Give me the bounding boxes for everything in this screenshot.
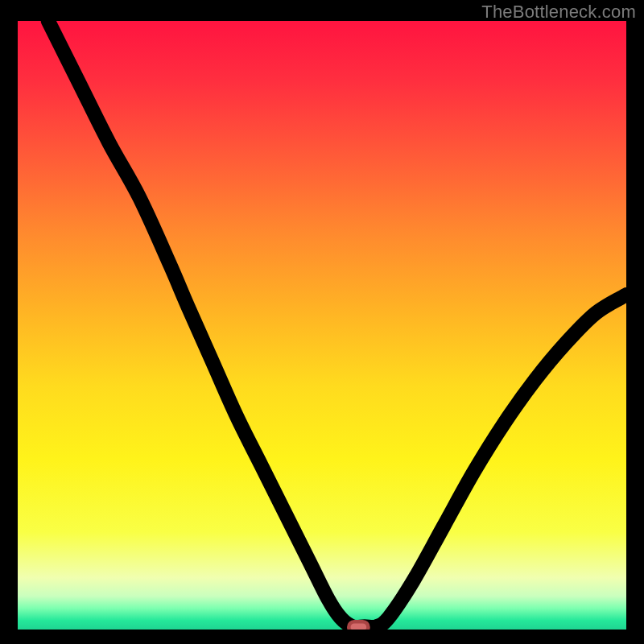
optimal-marker bbox=[349, 621, 368, 630]
gradient-background bbox=[18, 21, 626, 630]
bottleneck-chart bbox=[18, 21, 626, 630]
watermark-text: TheBottleneck.com bbox=[481, 2, 636, 23]
plot-area bbox=[18, 21, 626, 630]
chart-frame: TheBottleneck.com bbox=[0, 0, 644, 644]
